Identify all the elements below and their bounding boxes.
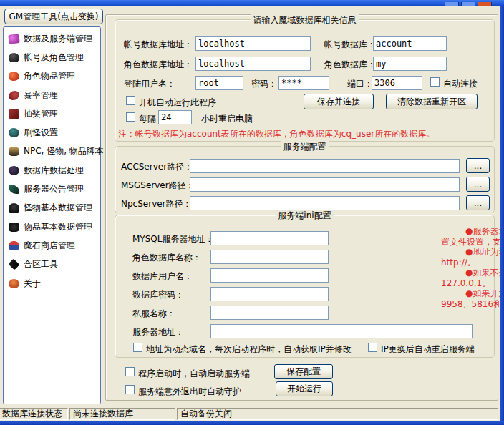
password-label: 密码：	[251, 78, 277, 90]
mysql-addr-label: MYSQL服务器地址：	[132, 233, 213, 245]
sidebar-item-npc-scripts[interactable]: NPC, 怪物, 物品脚本	[4, 142, 100, 161]
sidebar-item-data-server-mgmt[interactable]: 数据及服务端管理	[4, 29, 100, 48]
ini-note-line: ●如果开放外网，请在设置映射端口9958、5816和Account端口。	[441, 288, 504, 309]
autostart-server-checkbox[interactable]	[125, 367, 135, 376]
msgserver-browse-button[interactable]: ...	[466, 177, 490, 192]
sidebar-item-db-data-processing[interactable]: 数据库数据处理	[4, 161, 100, 180]
status-connection-state: 尚未连接数据库	[69, 408, 175, 420]
ini-db-password-input[interactable]	[210, 287, 329, 301]
status-backup-state: 自动备份关闭	[177, 408, 498, 420]
pouch-icon	[9, 72, 19, 81]
head-icon	[9, 279, 19, 288]
auto-connect-checkbox[interactable]	[430, 77, 440, 87]
status-connection-title: 数据库连接状态	[0, 408, 68, 420]
sidebar-item-label: 关于	[24, 278, 41, 290]
crescent-icon	[9, 91, 19, 100]
role-db-name-label: 角色数据库：	[324, 59, 376, 71]
db-note-text: 注：帐号数据库为account表所在的数据库，角色数据库为cq_user所在的数…	[118, 128, 435, 140]
restart-interval-checkbox[interactable]	[126, 112, 135, 122]
role-db-name-input[interactable]	[373, 57, 447, 71]
autorun-on-boot-checkbox[interactable]	[126, 96, 135, 105]
maximize-button[interactable]	[461, 2, 475, 6]
private-server-name-label: 私服名称：	[132, 308, 175, 320]
role-db-addr-label: 角色数据库地址：	[124, 59, 193, 71]
server-config-groupbox: 服务端配置 ACCServer路径： ... MSGServer路径： ... …	[115, 146, 495, 213]
ini-role-db-label: 角色数据库名称：	[132, 252, 201, 264]
dynamic-domain-label: 地址为动态域名，每次启动程序时，自动获取IP并修改	[146, 343, 352, 356]
sidebar-item-drop-rate-mgmt[interactable]: 暴率管理	[4, 86, 100, 104]
save-and-connect-button[interactable]: 保存并连接	[304, 94, 374, 109]
save-config-button[interactable]: 保存配置	[274, 364, 333, 379]
server-config-group-title: 服务端配置	[281, 141, 329, 153]
sidebar-item-label: 暴率管理	[24, 89, 58, 102]
ini-db-user-input[interactable]	[210, 268, 329, 283]
password-input[interactable]	[278, 76, 329, 90]
spiky-ball-icon	[9, 223, 19, 232]
sidebar-item-about[interactable]: 关于	[4, 274, 100, 293]
mysql-addr-input[interactable]	[210, 231, 329, 245]
server-addr-input[interactable]	[210, 324, 472, 338]
auto-connect-label: 自动连接	[443, 78, 478, 90]
account-db-addr-input[interactable]	[195, 36, 311, 51]
db-info-groupbox: 请输入魔域数据库相关信息 帐号数据库地址： 帐号数据库： 角色数据库地址： 角色…	[115, 19, 495, 142]
role-db-addr-input[interactable]	[195, 57, 311, 71]
every-label: 每隔	[139, 113, 156, 125]
ini-help-notes: ●服务器地址 选项用于开放外网的配置文件设置，支持动态域名。 ●地址为动态域名时…	[441, 226, 504, 309]
autorun-on-boot-label: 开机自动运行此程序	[139, 97, 216, 109]
port-input[interactable]	[372, 76, 422, 90]
title-bar	[0, 0, 504, 6]
autostart-server-label: 程序启动时，自动启动服务端	[138, 368, 250, 380]
clear-data-reopen-button[interactable]: 清除数据重新开区	[386, 94, 478, 109]
ini-role-db-input[interactable]	[210, 250, 329, 264]
sidebar-item-server-announcement[interactable]: 服务器公告管理	[4, 180, 100, 198]
login-user-input[interactable]	[195, 76, 243, 90]
ini-note-line: ●地址为动态域名时，不填写http://。	[441, 247, 504, 268]
book-icon	[9, 109, 19, 119]
ini-config-groupbox: 服务端ini配置 MYSQL服务器地址： 角色数据库名称： 数据库用户名： 数据…	[115, 215, 495, 358]
sidebar-item-account-role-mgmt[interactable]: 帐号及角色管理	[4, 48, 100, 67]
sidebar-mode-toggle-button[interactable]: GM管理工具(点击变换)	[4, 9, 103, 24]
npc-figure-icon	[9, 147, 19, 156]
sidebar-item-label: 物品基本数据管理	[24, 221, 92, 233]
ini-note-line: ●如果不开放外网，请填写127.0.0.1。	[441, 268, 504, 288]
start-run-button[interactable]: 开始运行	[276, 381, 333, 396]
close-button[interactable]	[478, 2, 492, 6]
status-bar: 数据库连接状态 尚未连接数据库 自动备份关闭	[0, 406, 500, 421]
sidebar-item-role-item-mgmt[interactable]: 角色物品管理	[4, 67, 100, 86]
gm-tool-window: GM管理工具(点击变换) 数据及服务端管理 帐号及角色管理 角色物品管理 暴率管…	[0, 0, 504, 425]
account-db-name-input[interactable]	[373, 36, 447, 51]
guard-on-exit-checkbox[interactable]	[125, 385, 135, 394]
ip-change-restart-checkbox[interactable]	[368, 343, 377, 352]
sidebar-item-label: 怪物基本数据管理	[24, 202, 92, 214]
gem-icon	[8, 34, 20, 44]
window-border-bottom	[0, 421, 504, 425]
ini-config-group-title: 服务端ini配置	[275, 210, 334, 222]
ip-change-restart-label: IP更换后自动重启服务端	[381, 343, 475, 356]
guard-on-exit-label: 服务端意外退出时自动守护	[138, 386, 241, 398]
account-db-addr-label: 帐号数据库地址：	[124, 39, 193, 51]
sidebar-menu: 数据及服务端管理 帐号及角色管理 角色物品管理 暴率管理 抽奖管理 刷怪设置 N…	[3, 26, 101, 404]
npcserver-browse-button[interactable]: ...	[466, 195, 490, 210]
private-server-name-input[interactable]	[210, 306, 329, 320]
sidebar-item-label: 刷怪设置	[24, 127, 58, 139]
sidebar-item-label: 服务器公告管理	[24, 183, 84, 195]
sidebar-item-lottery-mgmt[interactable]: 抽奖管理	[4, 104, 100, 123]
accserver-path-input[interactable]	[190, 159, 460, 173]
sidebar-item-magic-stone-shop[interactable]: 魔石商店管理	[4, 236, 100, 255]
dynamic-domain-checkbox[interactable]	[133, 343, 142, 352]
sidebar-item-item-base-data[interactable]: 物品基本数据管理	[4, 218, 100, 236]
sidebar-item-label: NPC, 怪物, 物品脚本	[24, 145, 104, 157]
server-addr-label: 服务器地址：	[132, 326, 184, 338]
restart-pc-label: 小时重启电脑	[201, 113, 253, 125]
sidebar-item-monster-base-data[interactable]: 怪物基本数据管理	[4, 199, 100, 218]
accserver-browse-button[interactable]: ...	[466, 158, 490, 173]
msgserver-path-input[interactable]	[190, 177, 460, 192]
ini-db-password-label: 数据库密码：	[132, 289, 184, 301]
restart-hours-input[interactable]	[158, 110, 192, 124]
minimize-button[interactable]	[445, 2, 459, 6]
npcserver-path-input[interactable]	[190, 196, 460, 210]
sidebar-item-merge-tool[interactable]: 合区工具	[4, 255, 100, 274]
monster-icon	[9, 128, 19, 137]
sidebar-item-mob-spawn-settings[interactable]: 刷怪设置	[4, 123, 100, 142]
accserver-path-label: ACCServer路径：	[121, 161, 193, 173]
